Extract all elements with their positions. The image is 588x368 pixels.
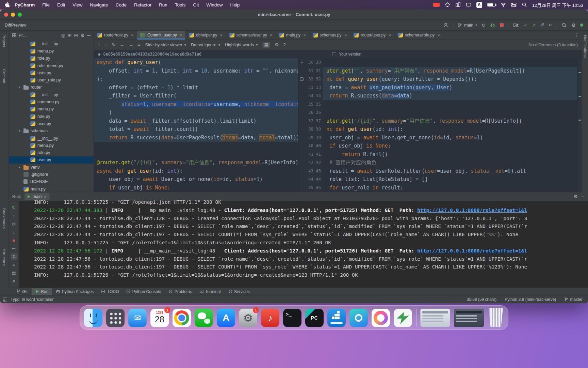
stripe-structure[interactable]: Structure bbox=[2, 249, 6, 266]
project-tree-item[interactable]: LICENSE bbox=[9, 178, 94, 185]
log-link[interactable]: http://127.0.0.1:8000/role?offset=1&l bbox=[417, 248, 527, 254]
branch-selector[interactable]: main ▾ bbox=[458, 23, 477, 28]
editor-tab[interactable]: schemas/role.py✕ bbox=[395, 31, 444, 40]
project-tree-item[interactable]: role.py bbox=[9, 113, 94, 120]
expand-all-icon[interactable]: ⊞ bbox=[68, 33, 72, 38]
close-tab-icon[interactable]: ✕ bbox=[388, 33, 391, 37]
search-everywhere-icon[interactable] bbox=[561, 22, 567, 28]
wifi-icon[interactable] bbox=[501, 2, 506, 7]
git-branch-widget[interactable]: master bbox=[564, 297, 583, 302]
ignore-policy-select[interactable]: Do not ignore▾ bbox=[191, 43, 220, 47]
toolwindow-git[interactable]: Git bbox=[13, 288, 31, 295]
stripe-bookmarks[interactable]: Bookmarks bbox=[2, 208, 6, 229]
previous-difference-icon[interactable]: ↑ bbox=[98, 43, 100, 47]
account-icon[interactable] bbox=[443, 22, 448, 28]
menubar-item-navigate[interactable]: Navigate bbox=[86, 2, 112, 7]
sync-scrolling-icon[interactable]: ▦ bbox=[262, 42, 270, 48]
stripe-commit[interactable]: Commit bbox=[2, 69, 6, 83]
zoom-window-button[interactable] bbox=[18, 13, 22, 17]
error-stripe-scrollbar[interactable] bbox=[577, 58, 582, 192]
menubar-item-run[interactable]: Run bbox=[155, 2, 171, 7]
apple-menu-icon[interactable] bbox=[5, 2, 10, 7]
project-panel-title[interactable]: Pr… bbox=[19, 33, 27, 38]
viewer-mode-select[interactable]: Side-by-side viewer▾ bbox=[145, 43, 186, 47]
menubar-clock[interactable]: 12月28日 周三 下午 10:53 bbox=[532, 2, 583, 8]
panel-settings-icon[interactable]: ⚙ bbox=[81, 33, 85, 38]
project-tree-item[interactable]: user.py bbox=[9, 120, 94, 127]
project-tree-item[interactable]: __init__.py bbox=[9, 91, 94, 98]
push-icon[interactable]: ↗ bbox=[532, 23, 536, 28]
toolwindow-python-packages[interactable]: Python Packages bbox=[52, 288, 97, 295]
location-icon[interactable] bbox=[445, 2, 450, 7]
editor-tab[interactable]: dbhelper.py✕ bbox=[186, 31, 226, 40]
tree-expand-arrow[interactable]: ▾ bbox=[18, 86, 21, 89]
toolwindow-switcher-icon[interactable] bbox=[3, 297, 7, 302]
editor-tab[interactable]: schemas.py✕ bbox=[310, 31, 350, 40]
stop-icon[interactable] bbox=[500, 23, 504, 27]
project-tree-item[interactable]: ▸venv bbox=[9, 164, 94, 171]
scroll-down-icon[interactable]: ↓ bbox=[11, 229, 17, 235]
project-tree-item[interactable]: __init__.py bbox=[9, 40, 94, 47]
project-tree-item[interactable]: menu.py bbox=[9, 47, 94, 55]
project-tree-item[interactable]: menu.py bbox=[9, 142, 94, 149]
diff-left-editor[interactable]: async def query_user( offset: int = 1, l… bbox=[94, 58, 298, 192]
collapse-all-icon[interactable]: ⊟ bbox=[74, 33, 78, 38]
dock-docker-icon[interactable] bbox=[327, 309, 346, 327]
dock-tealapp-icon[interactable] bbox=[349, 309, 368, 327]
project-tree-item[interactable]: ▾schemas bbox=[9, 127, 94, 135]
tree-expand-arrow[interactable]: ▾ bbox=[18, 129, 21, 133]
close-tab-icon[interactable]: ✕ bbox=[437, 33, 440, 37]
project-tree-item[interactable]: user_role.py bbox=[9, 76, 94, 83]
close-window-button[interactable] bbox=[4, 13, 8, 17]
restore-layout-icon[interactable]: ≡ bbox=[11, 262, 17, 268]
history-icon[interactable]: ↺ bbox=[540, 23, 544, 28]
scroll-up-icon[interactable]: ↑ bbox=[11, 213, 17, 219]
compare-previous-file-icon[interactable]: ← bbox=[120, 43, 125, 47]
battery-icon[interactable] bbox=[487, 3, 495, 7]
more-tabs-icon[interactable]: ⋮ bbox=[574, 32, 579, 38]
project-tree-item[interactable]: main.py bbox=[9, 185, 94, 192]
toolwindow-problems[interactable]: Problems bbox=[165, 288, 195, 295]
editor-list-icon[interactable]: ≡ bbox=[138, 43, 141, 47]
menubar-item-help[interactable]: Help bbox=[227, 2, 244, 7]
diff-preview-label[interactable]: DiffPreview bbox=[5, 23, 26, 28]
compare-next-file-icon[interactable]: → bbox=[129, 43, 133, 47]
project-tree-item[interactable]: __init__.py bbox=[9, 135, 94, 142]
close-tab-icon[interactable]: ✕ bbox=[180, 33, 182, 37]
titlebar[interactable]: mini-rbac-serve – Commit: user.py bbox=[0, 10, 588, 20]
dock-netease-icon[interactable]: ♪ bbox=[261, 309, 279, 327]
next-difference-icon[interactable]: ↓ bbox=[105, 43, 107, 47]
diff-settings-icon[interactable]: ⚙ bbox=[275, 43, 279, 47]
project-tree-item[interactable]: role.py bbox=[9, 55, 94, 62]
locate-file-icon[interactable]: ◎ bbox=[61, 33, 65, 38]
dock-mail-icon[interactable]: ✉ bbox=[128, 309, 147, 327]
rollback-icon[interactable]: ↩ bbox=[549, 23, 552, 28]
run-config-icon[interactable]: ⚙ bbox=[11, 221, 17, 227]
screen-recording-stop-icon[interactable] bbox=[433, 3, 440, 7]
menubar-item-edit[interactable]: Edit bbox=[53, 2, 69, 7]
display-icon[interactable] bbox=[466, 2, 471, 7]
editor-tab[interactable]: main.py✕ bbox=[276, 31, 309, 40]
project-tree-item[interactable]: role.py bbox=[9, 149, 94, 156]
editor-tab[interactable]: Commit: user.py✕ bbox=[137, 31, 186, 40]
dock-launchpad-icon[interactable] bbox=[106, 309, 125, 327]
menubar-item-view[interactable]: View bbox=[69, 2, 86, 7]
close-tab-icon[interactable]: ✕ bbox=[131, 33, 134, 37]
close-tab-icon[interactable]: ✕ bbox=[303, 33, 306, 37]
dock-calendar-icon[interactable]: 12月281 bbox=[150, 309, 169, 327]
close-tab-icon[interactable]: ✕ bbox=[220, 33, 223, 37]
close-tab-icon[interactable]: ✕ bbox=[270, 33, 273, 37]
toolwindow-python-console[interactable]: Python Console bbox=[123, 288, 164, 295]
dock-window2-preview[interactable] bbox=[454, 309, 484, 327]
dock-wechat-icon[interactable] bbox=[195, 309, 213, 327]
project-tree-item[interactable]: menu.py bbox=[9, 106, 94, 113]
project-tree-item[interactable]: .gitignore bbox=[9, 171, 94, 178]
project-tree-item[interactable]: user.py bbox=[9, 69, 94, 76]
menubar-item-file[interactable]: File bbox=[38, 2, 53, 7]
close-tab-icon[interactable]: ✕ bbox=[344, 33, 347, 37]
chunk-checkbox[interactable] bbox=[300, 77, 304, 81]
diff-right-editor[interactable]: »30303131uter.get("", summary="用户列表", re… bbox=[298, 58, 582, 192]
editor-tab[interactable]: schemas/user.py✕ bbox=[226, 31, 276, 40]
toolwindow-services[interactable]: Services bbox=[225, 288, 254, 295]
spotlight-icon[interactable] bbox=[522, 2, 527, 7]
